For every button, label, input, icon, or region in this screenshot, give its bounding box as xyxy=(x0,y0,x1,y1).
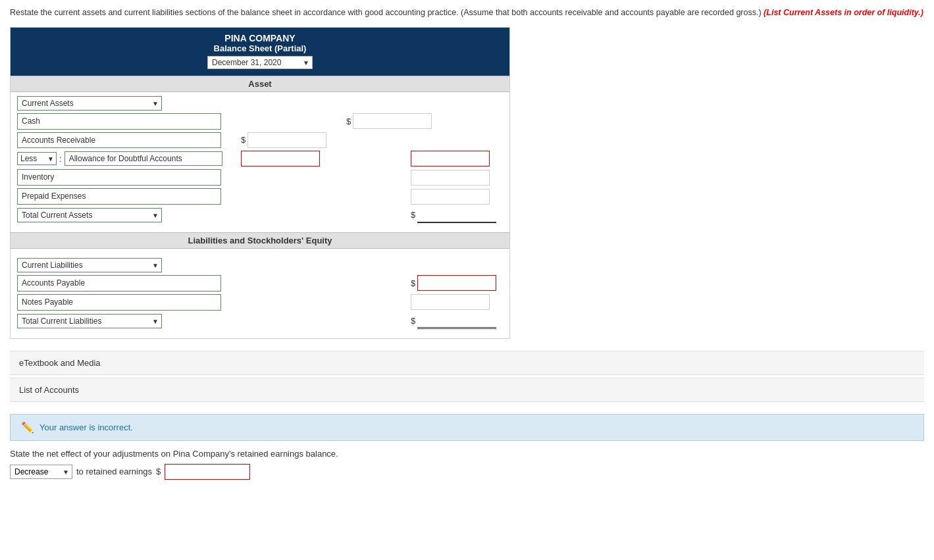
retained-earnings-input[interactable] xyxy=(165,464,250,480)
incorrect-message: Your answer is incorrect. xyxy=(39,422,133,432)
cash-dollar: $ xyxy=(346,116,351,126)
current-assets-row: Current Assets xyxy=(17,96,503,111)
inventory-label-cell: Inventory xyxy=(17,169,241,186)
accounts-payable-label: Accounts Payable xyxy=(17,275,221,292)
decrease-select-wrapper[interactable]: Decrease Increase xyxy=(10,465,72,479)
total-cl-row: Total Current Liabilities $ xyxy=(17,313,503,329)
allowance-total-input[interactable] xyxy=(411,151,490,166)
liab-body: Current Liabilities Accounts Payable $ N… xyxy=(11,254,509,338)
total-cl-right-col: $ xyxy=(411,313,503,329)
list-accounts-label: List of Accounts xyxy=(19,385,79,395)
allowance-input[interactable] xyxy=(241,151,320,166)
allowance-right-col xyxy=(411,151,503,166)
sheet-title: Balance Sheet (Partial) xyxy=(13,43,507,53)
cash-input-col: $ xyxy=(346,113,438,129)
date-row: December 31, 2020 xyxy=(13,53,507,73)
etextbook-section: eTextbook and Media xyxy=(10,351,924,375)
prepaid-row: Prepaid Expenses xyxy=(17,188,503,205)
accounts-receivable-label: Accounts Receivable xyxy=(17,132,221,149)
balance-sheet-container: PINA COMPANY Balance Sheet (Partial) Dec… xyxy=(10,27,510,339)
allowance-row: Less : Allowance for Doubtful Accounts xyxy=(17,151,503,166)
ap-input[interactable] xyxy=(417,275,496,291)
liab-section-header: Liabilities and Stockholders' Equity xyxy=(11,232,509,249)
inventory-input[interactable] xyxy=(411,170,490,186)
prepaid-label-cell: Prepaid Expenses xyxy=(17,188,241,205)
etextbook-label: eTextbook and Media xyxy=(19,358,101,368)
ar-dollar: $ xyxy=(241,135,246,145)
total-ca-select[interactable]: Total Current Assets xyxy=(17,208,162,222)
notes-payable-label: Notes Payable xyxy=(17,294,221,311)
accounts-receivable-row: Accounts Receivable $ xyxy=(17,132,503,149)
ar-mid-col: $ xyxy=(241,132,326,148)
bs-header: PINA COMPANY Balance Sheet (Partial) Dec… xyxy=(11,28,509,76)
instruction-text: Restate the current assets and current l… xyxy=(10,7,924,19)
decrease-select[interactable]: Decrease Increase xyxy=(10,465,72,479)
total-ca-select-wrapper[interactable]: Total Current Assets xyxy=(17,208,162,222)
company-name: PINA COMPANY xyxy=(13,33,507,43)
ap-right-col: $ xyxy=(411,275,503,291)
cash-label: Cash xyxy=(17,113,221,130)
ap-label-cell: Accounts Payable xyxy=(17,275,241,292)
inventory-label: Inventory xyxy=(17,169,221,186)
notes-payable-row: Notes Payable xyxy=(17,294,503,311)
total-ca-label-cell: Total Current Assets xyxy=(17,208,241,222)
total-cl-select[interactable]: Total Current Liabilities xyxy=(17,314,162,328)
current-assets-select-wrapper[interactable]: Current Assets xyxy=(17,96,162,111)
allowance-label-group: Less : Allowance for Doubtful Accounts xyxy=(17,151,241,166)
total-cl-select-wrapper[interactable]: Total Current Liabilities xyxy=(17,314,162,328)
less-select[interactable]: Less xyxy=(17,152,57,165)
less-select-wrapper[interactable]: Less xyxy=(17,152,57,165)
net-effect-row: Decrease Increase to retained earnings $ xyxy=(10,464,924,480)
np-input[interactable] xyxy=(411,294,490,310)
inventory-right-col xyxy=(411,170,503,186)
cash-input[interactable] xyxy=(353,113,432,129)
allowance-mid-col xyxy=(241,151,326,166)
accounts-payable-row: Accounts Payable $ xyxy=(17,275,503,292)
ar-label-cell: Accounts Receivable xyxy=(17,132,241,149)
total-cl-label-cell: Total Current Liabilities xyxy=(17,314,241,328)
current-liabilities-row: Current Liabilities xyxy=(17,258,503,272)
to-retained-earnings-label: to retained earnings xyxy=(76,467,152,476)
colon-separator: : xyxy=(59,154,62,164)
list-accounts-section: List of Accounts xyxy=(10,378,924,402)
allowance-label-text: Allowance for Doubtful Accounts xyxy=(65,151,222,166)
inventory-row: Inventory xyxy=(17,169,503,186)
total-ca-dollar: $ xyxy=(411,210,415,220)
incorrect-banner: ✏️ Your answer is incorrect. xyxy=(10,414,924,441)
date-select[interactable]: December 31, 2020 xyxy=(207,56,313,69)
date-wrapper[interactable]: December 31, 2020 xyxy=(207,56,313,69)
current-assets-select[interactable]: Current Assets xyxy=(17,96,162,111)
instruction-highlight: (List Current Assets in order of liquidi… xyxy=(764,8,923,17)
asset-body: Current Assets Cash $ Accounts Receivabl… xyxy=(11,92,509,232)
cl-select-wrapper[interactable]: Current Liabilities xyxy=(17,258,162,272)
ap-dollar: $ xyxy=(411,278,415,288)
prepaid-right-col xyxy=(411,189,503,205)
cl-select[interactable]: Current Liabilities xyxy=(17,258,162,272)
prepaid-label: Prepaid Expenses xyxy=(17,188,221,205)
cash-label-cell: Cash xyxy=(17,113,241,130)
cl-label-cell: Current Liabilities xyxy=(17,258,241,272)
ar-input[interactable] xyxy=(247,132,326,148)
net-effect-section: State the net effect of your adjustments… xyxy=(10,449,924,480)
pencil-icon: ✏️ xyxy=(21,421,34,434)
current-assets-label-cell: Current Assets xyxy=(17,96,241,111)
total-cl-input[interactable] xyxy=(417,313,496,329)
np-label-cell: Notes Payable xyxy=(17,294,241,311)
total-ca-right-col: $ xyxy=(411,207,503,223)
cash-row: Cash $ xyxy=(17,113,503,130)
net-effect-question: State the net effect of your adjustments… xyxy=(10,449,924,459)
np-right-col xyxy=(411,294,503,310)
total-cl-dollar: $ xyxy=(411,316,415,326)
total-ca-input[interactable] xyxy=(417,207,496,223)
prepaid-input[interactable] xyxy=(411,189,490,205)
asset-section-header: Asset xyxy=(11,76,509,92)
retained-dollar-sign: $ xyxy=(156,467,161,476)
total-current-assets-row: Total Current Assets $ xyxy=(17,207,503,223)
